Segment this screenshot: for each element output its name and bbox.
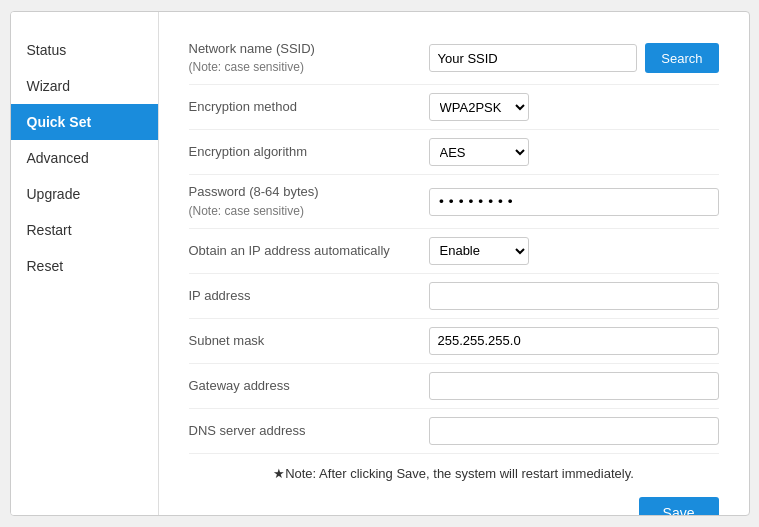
dns-row: DNS server address [189,409,719,454]
sidebar-item-quick-set[interactable]: Quick Set [11,104,158,140]
encryption-algorithm-label: Encryption algorithm [189,143,429,161]
gateway-label: Gateway address [189,377,429,395]
encryption-method-select[interactable]: WPA2PSK WPA WEP None [429,93,529,121]
sidebar: StatusWizardQuick SetAdvancedUpgradeRest… [11,12,159,515]
sidebar-item-reset[interactable]: Reset [11,248,158,284]
ssid-row: Network name (SSID) (Note: case sensitiv… [189,32,719,85]
ssid-label: Network name (SSID) (Note: case sensitiv… [189,40,429,76]
gateway-row: Gateway address [189,364,719,409]
sidebar-item-advanced[interactable]: Advanced [11,140,158,176]
sidebar-item-wizard[interactable]: Wizard [11,68,158,104]
ssid-input[interactable] [429,44,638,72]
subnet-mask-input[interactable] [429,327,719,355]
password-row: Password (8-64 bytes) (Note: case sensit… [189,175,719,228]
encryption-method-label: Encryption method [189,98,429,116]
ip-address-row: IP address [189,274,719,319]
footer-row: Save [189,487,719,515]
save-button[interactable]: Save [639,497,719,515]
password-label: Password (8-64 bytes) (Note: case sensit… [189,183,429,219]
sidebar-item-status[interactable]: Status [11,32,158,68]
main-container: StatusWizardQuick SetAdvancedUpgradeRest… [10,11,750,516]
ssid-control-wrap: Search [429,43,719,73]
sidebar-item-restart[interactable]: Restart [11,212,158,248]
encryption-algorithm-select[interactable]: AES TKIP [429,138,529,166]
encryption-algorithm-row: Encryption algorithm AES TKIP [189,130,719,175]
obtain-ip-select[interactable]: Enable Disable [429,237,529,265]
dns-control [429,417,719,445]
ip-address-control [429,282,719,310]
subnet-mask-control [429,327,719,355]
subnet-mask-row: Subnet mask [189,319,719,364]
dns-label: DNS server address [189,422,429,440]
encryption-algorithm-control: AES TKIP [429,138,719,166]
ip-address-input[interactable] [429,282,719,310]
main-content: Network name (SSID) (Note: case sensitiv… [159,12,749,515]
subnet-mask-label: Subnet mask [189,332,429,350]
gateway-control [429,372,719,400]
sidebar-item-upgrade[interactable]: Upgrade [11,176,158,212]
obtain-ip-row: Obtain an IP address automatically Enabl… [189,229,719,274]
search-button[interactable]: Search [645,43,718,73]
encryption-method-row: Encryption method WPA2PSK WPA WEP None [189,85,719,130]
dns-input[interactable] [429,417,719,445]
password-control [429,188,719,216]
encryption-method-control: WPA2PSK WPA WEP None [429,93,719,121]
gateway-input[interactable] [429,372,719,400]
obtain-ip-control: Enable Disable [429,237,719,265]
obtain-ip-label: Obtain an IP address automatically [189,242,429,260]
password-input[interactable] [429,188,719,216]
note-text: ★Note: After clicking Save, the system w… [189,454,719,487]
ip-address-label: IP address [189,287,429,305]
